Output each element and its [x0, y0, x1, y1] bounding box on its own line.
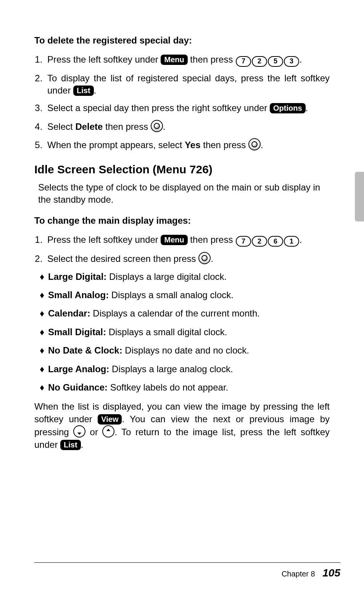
key-5: 5 [268, 56, 283, 67]
text: . [94, 85, 97, 95]
option-desc: Displays a small analog clock. [109, 290, 234, 300]
option-name: No Date & Clock: [48, 345, 122, 355]
option-name: Calendar: [48, 308, 90, 318]
steps-delete-day: Press the left softkey under Menu then p… [34, 53, 330, 151]
option-small-analog: Small Analog: Displays a small analog cl… [40, 289, 330, 301]
step-5: When the prompt appears, select Yes then… [45, 138, 330, 151]
text: . [81, 439, 84, 450]
text: then press [201, 140, 248, 150]
text: Select the desired screen then press [47, 253, 198, 264]
text: . [300, 234, 302, 245]
option-desc: Displays no date and no clock. [122, 345, 249, 355]
page-tab [355, 172, 364, 221]
list-key: List [73, 86, 94, 96]
text: . [261, 140, 263, 150]
menu-key: Menu [161, 55, 187, 65]
option-name: No Guidance: [48, 382, 108, 392]
text: Select [47, 121, 75, 132]
key-7: 7 [236, 56, 251, 67]
step-1: Press the left softkey under Menu then p… [45, 53, 330, 66]
steps-change-display: Press the left softkey under Menu then p… [34, 234, 330, 265]
view-key: View [98, 414, 122, 425]
ok-button-icon [198, 252, 211, 264]
option-name: Small Analog: [48, 290, 109, 300]
option-name: Large Digital: [48, 271, 106, 282]
text: . [163, 121, 166, 132]
key-1: 1 [284, 236, 299, 247]
section-title-idle-screen: Idle Screen Selection (Menu 726) [34, 162, 330, 178]
intro-text: Selects the type of clock to be displaye… [34, 181, 330, 206]
text: When the prompt appears, select [47, 140, 185, 150]
ok-button-icon [151, 120, 163, 132]
options-list: Large Digital: Displays a large digital … [34, 271, 330, 394]
option-large-digital: Large Digital: Displays a large digital … [40, 271, 330, 283]
text: then press [188, 234, 235, 245]
key-6: 6 [268, 236, 283, 247]
manual-page: To delete the registered special day: Pr… [0, 0, 364, 607]
text: . [300, 54, 302, 65]
text: . [306, 103, 308, 113]
option-no-guidance: No Guidance: Softkey labels do not appea… [40, 381, 330, 394]
text: Press the left softkey under [47, 234, 161, 245]
up-arrow-icon [102, 425, 114, 437]
option-desc: Displays a small digital clock. [106, 327, 227, 337]
option-name: Small Digital: [48, 327, 106, 337]
text: then press [103, 121, 150, 132]
bold: Yes [185, 140, 200, 150]
down-arrow-icon [73, 425, 85, 437]
step-2: To display the list of registered specia… [45, 72, 330, 97]
step-2: Select the desired screen then press . [45, 252, 330, 265]
key-2: 2 [252, 236, 267, 247]
option-name: Large Analog: [48, 364, 109, 374]
subheading-delete-day: To delete the registered special day: [34, 34, 330, 47]
key-7: 7 [236, 236, 251, 247]
page-footer: Chapter 8 105 [34, 562, 340, 580]
text: Select a special day then press the righ… [47, 103, 270, 113]
option-desc: Softkey labels do not appear. [108, 382, 228, 392]
option-desc: Displays a large analog clock. [109, 364, 233, 374]
list-key: List [60, 440, 81, 450]
option-small-digital: Small Digital: Displays a small digital … [40, 326, 330, 338]
step-4: Select Delete then press . [45, 120, 330, 133]
options-key: Options [270, 103, 306, 113]
page-number: 105 [322, 567, 340, 579]
option-desc: Displays a calendar of the current month… [90, 308, 260, 318]
step-3: Select a special day then press the righ… [45, 102, 330, 114]
option-large-analog: Large Analog: Displays a large analog cl… [40, 363, 330, 375]
text: or [85, 427, 102, 437]
option-no-date-clock: No Date & Clock: Displays no date and no… [40, 344, 330, 357]
menu-key: Menu [161, 235, 187, 245]
option-desc: Displays a large digital clock. [106, 271, 227, 282]
text: Press the left softkey under [47, 54, 161, 65]
text: . [211, 253, 213, 264]
key-2: 2 [252, 56, 267, 67]
after-text: When the list is displayed, you can view… [34, 400, 330, 451]
bold: Delete [75, 121, 103, 132]
chapter-label: Chapter 8 [282, 570, 315, 578]
key-3: 3 [284, 56, 299, 67]
subheading-change-display: To change the main display images: [34, 215, 330, 227]
text: then press [188, 54, 235, 65]
ok-button-icon [248, 138, 261, 150]
option-calendar: Calendar: Displays a calendar of the cur… [40, 307, 330, 320]
step-1: Press the left softkey under Menu then p… [45, 234, 330, 247]
